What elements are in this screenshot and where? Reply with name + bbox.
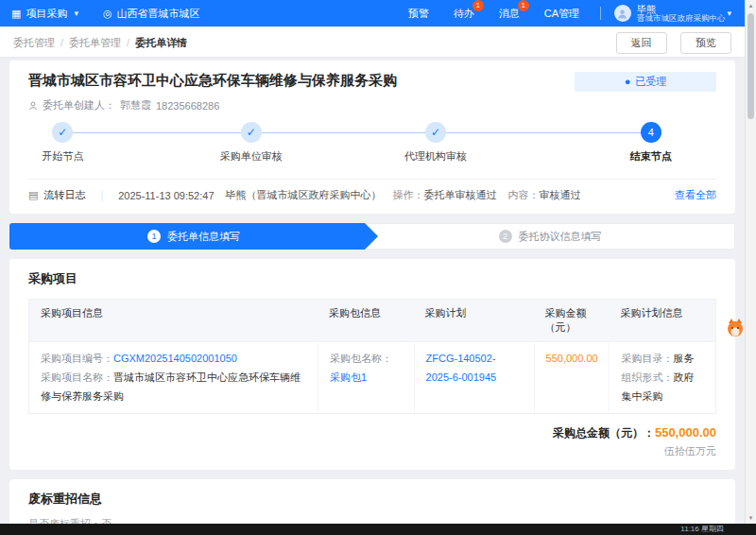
status-badge: ●已受理 (575, 72, 716, 92)
log-content: 内容：审核通过 (508, 188, 581, 202)
project-no-label: 采购项目编号： (41, 353, 113, 364)
section-title-rebid: 废标重招信息 (28, 491, 716, 508)
tab-agreement-info[interactable]: 2 委托协议信息填写 (365, 223, 735, 250)
catalog-value: 服务 (673, 353, 694, 364)
person-icon (28, 101, 38, 111)
catalog-line: 采购目录：服务 (621, 350, 704, 369)
total-amount-row: 采购总金额（元）：550,000.00 (28, 425, 716, 441)
vertical-scrollbar[interactable]: ▴ ▾ (745, 0, 756, 524)
back-button[interactable]: 返回 (616, 32, 667, 54)
user-menu[interactable]: 毕熊 晋城市城区政府采购中心 (637, 4, 726, 23)
scrollbar-thumb[interactable] (747, 13, 754, 119)
scroll-up-icon[interactable]: ▴ (746, 2, 756, 9)
page-actions: 返回 预览 (607, 32, 731, 54)
os-taskbar: 11:16 星期四 (0, 524, 756, 535)
floating-assistant-icon[interactable] (724, 318, 747, 344)
creator-row: 委托单创建人： 郭慧霞 18235668286 (28, 98, 716, 112)
amount-value: 550,000.00 (546, 353, 598, 364)
step-agency-review: ✓ 代理机构审核 (379, 122, 492, 164)
status-badge-label: 已受理 (635, 76, 666, 87)
tab-number: 2 (499, 230, 512, 243)
nav-todo[interactable]: 待办 1 (454, 7, 474, 21)
tab-entrust-info[interactable]: 1 委托单信息填写 (9, 223, 378, 250)
total-amount-label: 采购总金额（元）： (553, 426, 655, 440)
col-header-amount: 采购金额（元） (534, 300, 610, 341)
user-icon (617, 9, 627, 19)
log-action-value: 委托单审核通过 (424, 189, 497, 200)
location-icon: ◎ (103, 8, 112, 20)
status-dot-icon: ● (625, 76, 631, 87)
view-all-link[interactable]: 查看全部 (675, 188, 716, 202)
form-step-tabs: 1 委托单信息填写 2 委托协议信息填写 (9, 223, 735, 250)
log-icon: ▤ (28, 189, 38, 201)
total-amount-value: 550,000.00 (655, 425, 716, 440)
flow-log-row: ▤ 流转日志 ｜ 2025-11-13 09:52:47 毕熊（晋城市城区政府采… (28, 179, 716, 202)
creator-phone: 18235668286 (156, 100, 219, 112)
col-header-plan: 采购计划 (414, 300, 534, 341)
workflow-stepper: ✓ 开始节点 ✓ 采购单位审核 ✓ 代理机构审核 4 结束节点 (28, 122, 716, 175)
scroll-down-icon[interactable]: ▾ (746, 514, 756, 522)
cell-package: 采购包名称：采购包1 (318, 341, 414, 413)
user-chevron-down-icon[interactable]: ▾ (727, 9, 731, 18)
step-check-icon: ✓ (241, 122, 262, 143)
step-label: 结束节点 (594, 149, 708, 164)
region-selector[interactable]: ◎ 山西省晋城市城区 (103, 7, 200, 21)
preview-button[interactable]: 预览 (680, 32, 731, 54)
log-content-label: 内容： (508, 189, 540, 200)
org-form-line: 组织形式：政府集中采购 (621, 369, 704, 406)
flow-log-label: 流转日志 (43, 188, 85, 202)
step-end-node: 4 结束节点 (594, 122, 708, 164)
stepper-connector (62, 132, 650, 133)
breadcrumb-separator: / (60, 37, 63, 48)
log-time: 2025-11-13 09:52:47 (118, 190, 214, 201)
step-number: 4 (641, 122, 662, 143)
creator-label: 委托单创建人： (43, 98, 115, 112)
step-label: 开始节点 (6, 149, 119, 164)
col-header-package-info: 采购包信息 (318, 300, 414, 341)
top-header-bar: ▦ 项目采购 ▾ ◎ 山西省晋城市城区 预警 待办 1 消息 1 CA管理 (0, 0, 745, 26)
nav-ca-manage[interactable]: CA管理 (544, 7, 579, 21)
log-divider: ｜ (96, 188, 107, 202)
project-no-link[interactable]: CGXM2025140502001050 (113, 353, 237, 364)
tab-number: 1 (147, 230, 161, 243)
grid-menu-icon: ▦ (11, 8, 21, 20)
step-start-node: ✓ 开始节点 (6, 122, 119, 164)
breadcrumb-item-order-mgmt[interactable]: 委托单管理 (69, 36, 121, 50)
col-header-plan-info: 采购计划信息 (609, 300, 715, 341)
project-name-label: 采购项目名称： (41, 371, 113, 383)
col-header-project-info: 采购项目信息 (29, 300, 318, 341)
breadcrumb-item-entrust-mgmt[interactable]: 委托管理 (13, 36, 55, 50)
procurement-project-card: 采购项目 采购项目信息 采购包信息 采购计划 采购金额（元） 采购计划信息 采购… (9, 259, 735, 470)
org-form-label: 组织形式： (621, 371, 673, 383)
header-divider (600, 7, 601, 20)
step-purchaser-review: ✓ 采购单位审核 (195, 122, 308, 164)
tab-label: 委托协议信息填写 (519, 230, 602, 244)
breadcrumb-item-order-detail: 委托单详情 (135, 36, 187, 50)
user-org: 晋城市城区政府采购中心 (637, 14, 726, 23)
package-link[interactable]: 采购包1 (330, 371, 367, 383)
chevron-down-icon: ▾ (74, 9, 78, 18)
app-window: ▦ 项目采购 ▾ ◎ 山西省晋城市城区 预警 待办 1 消息 1 CA管理 (0, 0, 756, 535)
step-label: 代理机构审核 (379, 149, 492, 164)
plan-no-link[interactable]: ZFCG-140502-2025-6-001945 (426, 353, 497, 383)
cell-plan-no: ZFCG-140502-2025-6-001945 (414, 341, 534, 413)
nav-messages[interactable]: 消息 1 (499, 7, 520, 21)
log-content-value: 审核通过 (540, 189, 581, 200)
breadcrumb-separator: / (127, 37, 129, 48)
log-action: 操作：委托单审核通过 (393, 188, 497, 202)
nav-alerts[interactable]: 预警 (408, 7, 429, 21)
step-label: 采购单位审核 (195, 149, 308, 164)
catalog-label: 采购目录： (621, 353, 673, 364)
breadcrumb: 委托管理 / 委托单管理 / 委托单详情 (13, 36, 187, 50)
nav-todo-label: 待办 (454, 8, 474, 19)
step-check-icon: ✓ (52, 122, 73, 143)
total-amount-chinese: 伍拾伍万元 (28, 444, 716, 458)
apps-menu[interactable]: ▦ 项目采购 ▾ (11, 7, 78, 21)
cell-amount: 550,000.00 (534, 341, 610, 413)
section-title-procurement: 采购项目 (28, 270, 716, 287)
avatar[interactable] (614, 5, 631, 22)
message-count-badge: 1 (518, 0, 529, 11)
creator-name: 郭慧霞 (120, 98, 151, 112)
step-check-icon: ✓ (425, 122, 446, 143)
title-row: 晋城市城区市容环卫中心应急环保车辆维修与保养服务采购 ●已受理 (28, 72, 716, 92)
